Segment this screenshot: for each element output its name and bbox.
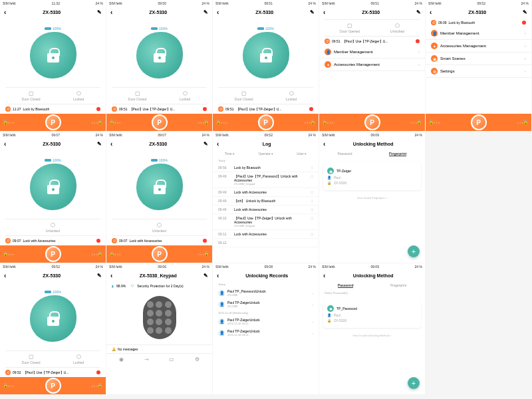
lock-screen-unlocked-2: SIM fehlt09:0724 % ‹ZX-5330✎ 100% ⬡Unloc… xyxy=(106,132,212,263)
back-icon[interactable]: ‹ xyxy=(4,9,6,16)
scenes-icon: ◉ xyxy=(431,55,438,62)
door-icon: ▢ xyxy=(22,90,41,96)
lock-icon xyxy=(47,48,59,63)
tab-fingerprint[interactable]: Fingerprint xyxy=(390,283,406,288)
nav-card-icon[interactable]: ▭ xyxy=(169,356,174,362)
password-icon: ✱ xyxy=(327,305,334,312)
add-button[interactable]: + xyxy=(408,377,420,389)
member-icon: 👤 xyxy=(325,49,331,55)
menu-accessories[interactable]: ✦Accessories Management› xyxy=(319,59,425,71)
nav-settings-icon[interactable]: ⚙ xyxy=(195,356,200,362)
record-item[interactable]: 👤Paul TP_PasswordUnlockZX-5330› xyxy=(213,287,319,299)
menu-popup-2: SIM fehlt09:5224 % ‹ZX-5330✎ ⏱09:09Lock … xyxy=(426,0,531,131)
settings-icon: ⚙ xyxy=(431,68,438,74)
empty-slot xyxy=(426,263,531,394)
title: ZX-5330 xyxy=(43,10,61,15)
empty-slot xyxy=(426,132,531,263)
password-card[interactable]: ✱TP_Password 👤Paul 🔒ZX-5330 xyxy=(323,300,421,328)
alert-dot xyxy=(96,107,100,111)
menu-accessories[interactable]: ✦Accessories Management› xyxy=(426,40,531,53)
add-button[interactable]: + xyxy=(408,245,420,257)
accessories-icon: ✦ xyxy=(325,61,331,68)
menu-member[interactable]: 👤Member Management› xyxy=(426,27,531,40)
unlock-slider[interactable]: 🔓‹ ‹ ‹P› › ›🔒 xyxy=(0,114,106,131)
log-tabs: Time ▾Operate ▾User ▾ xyxy=(213,150,319,158)
status-row: ▢Door Closed⬡Locked xyxy=(5,87,100,104)
view-invalid-link[interactable]: View Invalid Fingerprint > xyxy=(319,194,425,201)
header: ‹ZX-5330✎ xyxy=(0,7,106,18)
locked-icon: ⬡ xyxy=(73,90,84,96)
nav-fingerprint-icon[interactable]: ◉ xyxy=(119,356,124,362)
status-bar: SIM fehlt11:3224 % xyxy=(0,0,106,7)
back-icon[interactable]: ‹ xyxy=(110,9,112,16)
menu-settings[interactable]: ⚙Settings› xyxy=(426,65,531,78)
menu-scenes[interactable]: ◉Smart Scenes› xyxy=(426,53,531,65)
records-screen: SIM fehlt09:0824 % ‹Unlocking Records To… xyxy=(213,263,319,394)
shield-icon: 🛡 xyxy=(131,284,134,288)
edit-icon[interactable]: ✎ xyxy=(97,9,102,15)
fingerprint-icon: ◉ xyxy=(327,168,334,174)
lock-blob xyxy=(30,32,76,78)
unlock-method-pwd: SIM fehlt09:0924 % ‹Unlocking Method Pas… xyxy=(319,263,425,394)
bell-icon: 🔔 xyxy=(112,347,116,351)
lock-screen-4: SIM fehlt09:5224 % ‹ZX-5330✎ 100% ▢Door … xyxy=(0,263,106,394)
menu-member[interactable]: 👤Member Management› xyxy=(319,46,425,59)
bottom-nav: ◉ ⊸ ▭ ⚙ xyxy=(106,353,212,365)
lock-screen-3: SIM fehlt09:5124 % ‹ZX-5330✎ 100% ▢Door … xyxy=(213,0,319,131)
tab-password[interactable]: Password xyxy=(338,152,352,156)
tab-password[interactable]: Password xyxy=(338,283,354,288)
log-line[interactable]: ⏱11:27Lock by Bluetooth xyxy=(0,104,106,114)
unlock-method-fp: SIM fehlt09:0924 % ‹Unlocking Method Pas… xyxy=(319,132,425,263)
tab-fingerprint[interactable]: Fingerprint xyxy=(389,152,406,156)
avatar-icon: 👤 xyxy=(218,290,225,297)
slider-knob: P xyxy=(45,114,61,130)
edit-icon[interactable]: ✎ xyxy=(203,9,208,15)
fingerprint-card[interactable]: ◉TP-Zeiger 👤Paul 🔒ZX-5330 xyxy=(323,162,421,190)
lock-closed-icon: 🔒 xyxy=(97,120,103,125)
bluetooth-icon: ᛒ xyxy=(311,166,313,170)
nav-key-icon[interactable]: ⊸ xyxy=(144,356,149,362)
keypad-visual xyxy=(143,296,176,339)
log-screen: SIM fehlt09:5224 % ‹Log Time ▾Operate ▾U… xyxy=(213,132,319,263)
lock-display: 100% xyxy=(0,18,106,87)
battery-icon: ▮ xyxy=(112,284,114,288)
lock-screen-unlocked-1: SIM fehlt09:0724 % ‹ZX-5330✎ 100% ⬡Unloc… xyxy=(0,132,106,263)
log-icon: ⏱ xyxy=(5,106,11,112)
lock-screen-2: SIM fehlt09:5024 % ‹ZX-5330✎ 100% ▢Door … xyxy=(106,0,212,131)
menu-popup-1: SIM fehlt09:5124 % ‹ZX-5330✎ ▢Door Opene… xyxy=(319,0,425,131)
keypad-screen: SIM fehlt09:0624 % ‹ZX-5330_Keypad✎ ▮98.… xyxy=(106,263,212,394)
lock-screen-1: SIM fehlt11:3224 % ‹ZX-5330✎ 100% ▢Door … xyxy=(0,0,106,131)
